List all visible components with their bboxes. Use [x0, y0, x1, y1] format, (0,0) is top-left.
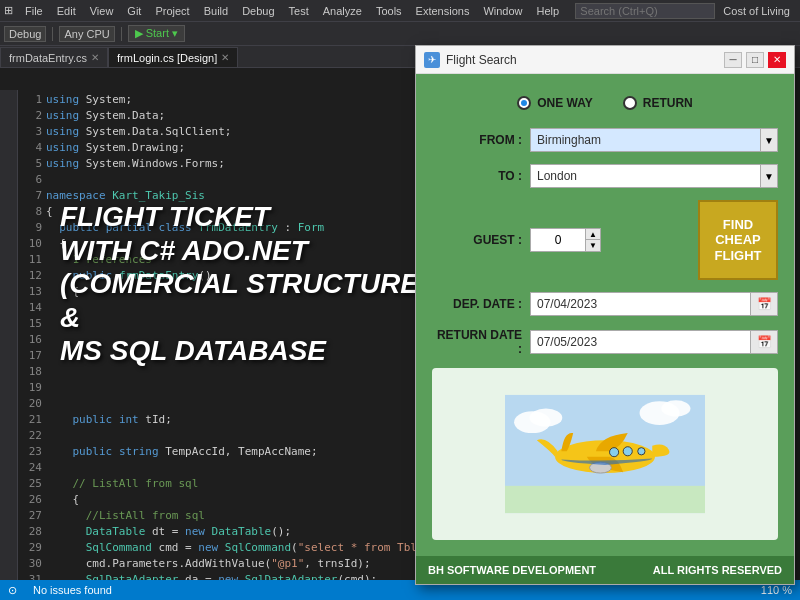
svg-point-8	[623, 447, 632, 456]
spinbox-arrows: ▲ ▼	[585, 228, 601, 252]
menu-window[interactable]: Window	[477, 3, 528, 19]
tab-close-1[interactable]: ✕	[221, 52, 229, 63]
one-way-option[interactable]: ONE WAY	[517, 96, 593, 110]
guest-label: GUEST :	[432, 233, 522, 247]
return-date-input[interactable]	[530, 330, 750, 354]
dialog-footer: BH SOFTWARE DEVELOPMENT ALL RIGHTS RESER…	[416, 556, 794, 584]
ide-title: Cost of Living	[717, 5, 796, 17]
svg-point-3	[530, 409, 563, 427]
menu-test[interactable]: Test	[283, 3, 315, 19]
menu-build[interactable]: Build	[198, 3, 234, 19]
to-row: TO : ▼	[432, 164, 778, 188]
return-date-calendar-button[interactable]: 📅	[750, 330, 778, 354]
guest-input[interactable]	[530, 228, 585, 252]
tab-close-0[interactable]: ✕	[91, 52, 99, 63]
one-way-radio[interactable]	[517, 96, 531, 110]
to-input[interactable]	[530, 164, 760, 188]
menu-help[interactable]: Help	[531, 3, 566, 19]
toolbar-debug[interactable]: Debug	[4, 26, 46, 42]
guest-row: GUEST : ▲ ▼ FINDCHEAPFLIGHT	[432, 200, 778, 280]
dep-date-input[interactable]	[530, 292, 750, 316]
footer-right: ALL RIGHTS RESERVED	[653, 564, 782, 576]
airplane-illustration	[432, 368, 778, 540]
dialog-icon: ✈	[424, 52, 440, 68]
svg-rect-1	[505, 486, 705, 513]
spin-up-button[interactable]: ▲	[585, 228, 601, 240]
to-dropdown-arrow[interactable]: ▼	[760, 164, 778, 188]
return-date-group: 📅	[530, 330, 778, 354]
guest-spinbox: ▲ ▼	[530, 228, 610, 252]
to-label: TO :	[432, 169, 522, 183]
toolbar-cpu[interactable]: Any CPU	[59, 26, 114, 42]
menu-debug[interactable]: Debug	[236, 3, 280, 19]
dialog-controls: ─ □ ✕	[724, 52, 786, 68]
overlay-title: FLIGHT TICKET WITH C# ADO.NET (COMERCIAL…	[60, 200, 428, 368]
start-button[interactable]: ▶ Start ▾	[128, 25, 185, 42]
minimize-button[interactable]: ─	[724, 52, 742, 68]
menu-extensions[interactable]: Extensions	[410, 3, 476, 19]
from-dropdown-arrow[interactable]: ▼	[760, 128, 778, 152]
from-label: FROM :	[432, 133, 522, 147]
menu-project[interactable]: Project	[149, 3, 195, 19]
return-label: RETURN	[643, 96, 693, 110]
find-cheap-flight-button[interactable]: FINDCHEAPFLIGHT	[698, 200, 778, 280]
toolbar: Debug Any CPU ▶ Start ▾	[0, 22, 800, 46]
svg-point-5	[661, 400, 690, 416]
status-icon: ⊙	[8, 584, 17, 597]
flight-search-dialog: ✈ Flight Search ─ □ ✕ ONE WAY RETURN FRO…	[415, 45, 795, 585]
dep-date-label: DEP. DATE :	[432, 297, 522, 311]
menu-tools[interactable]: Tools	[370, 3, 408, 19]
vs-logo: ⊞	[4, 4, 13, 17]
zoom-level: 110 %	[761, 584, 792, 596]
airplane-svg	[505, 394, 705, 514]
return-date-label: RETURN DATE :	[432, 328, 522, 356]
dep-date-group: 📅	[530, 292, 778, 316]
one-way-label: ONE WAY	[537, 96, 593, 110]
from-input-group: ▼	[530, 128, 778, 152]
footer-left: BH SOFTWARE DEVELOPMENT	[428, 564, 596, 576]
menu-bar: ⊞ File Edit View Git Project Build Debug…	[0, 0, 800, 22]
toolbar-separator	[52, 27, 53, 41]
line-numbers: 12345 678910 1112131415 1617181920 21222…	[18, 90, 46, 580]
dep-date-row: DEP. DATE : 📅	[432, 292, 778, 316]
to-input-group: ▼	[530, 164, 778, 188]
code-sidebar	[0, 90, 18, 580]
dialog-title-text: Flight Search	[446, 53, 718, 67]
return-date-row: RETURN DATE : 📅	[432, 328, 778, 356]
from-row: FROM : ▼	[432, 128, 778, 152]
svg-point-9	[638, 448, 645, 455]
dep-date-calendar-button[interactable]: 📅	[750, 292, 778, 316]
menu-analyze[interactable]: Analyze	[317, 3, 368, 19]
menu-edit[interactable]: Edit	[51, 3, 82, 19]
toolbar-separator-2	[121, 27, 122, 41]
spin-down-button[interactable]: ▼	[585, 240, 601, 252]
menu-view[interactable]: View	[84, 3, 120, 19]
tab-frmLogin[interactable]: frmLogin.cs [Design] ✕	[108, 47, 238, 67]
find-btn-text: FINDCHEAPFLIGHT	[715, 217, 762, 264]
status-message: No issues found	[33, 584, 112, 596]
close-button[interactable]: ✕	[768, 52, 786, 68]
tab-frmDataEntry[interactable]: frmDataEntry.cs ✕	[0, 47, 108, 67]
from-input[interactable]	[530, 128, 760, 152]
return-option[interactable]: RETURN	[623, 96, 693, 110]
menu-git[interactable]: Git	[121, 3, 147, 19]
dialog-body: ONE WAY RETURN FROM : ▼ TO : ▼ GUE	[416, 74, 794, 556]
trip-type-row: ONE WAY RETURN	[432, 90, 778, 116]
dialog-title-bar: ✈ Flight Search ─ □ ✕	[416, 46, 794, 74]
svg-point-7	[610, 448, 619, 457]
return-radio[interactable]	[623, 96, 637, 110]
menu-file[interactable]: File	[19, 3, 49, 19]
maximize-button[interactable]: □	[746, 52, 764, 68]
search-input[interactable]	[575, 3, 715, 19]
